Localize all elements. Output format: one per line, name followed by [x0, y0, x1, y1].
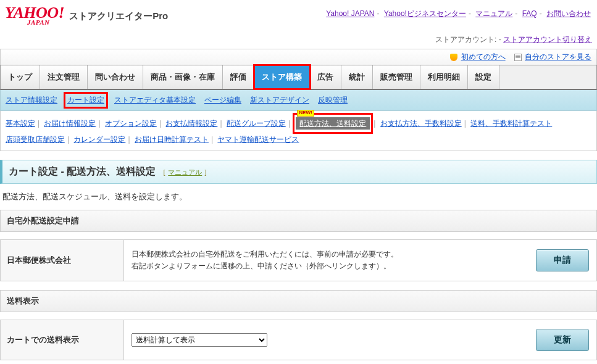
yahoo-logo-block[interactable]: YAHOO! JAPAN	[5, 5, 64, 26]
apply-button[interactable]: 申請	[536, 249, 589, 271]
link-manual[interactable]: マニュアル	[475, 9, 512, 18]
tab-order[interactable]: 注文管理	[40, 65, 88, 89]
section1-line2: 右記ボタンよりフォームに遷移の上、申請ください（外部へリンクします）。	[132, 260, 398, 272]
manual-link[interactable]: マニュアル	[168, 168, 202, 176]
subnav2-delivery-calc[interactable]: お届け日時計算テスト	[135, 135, 209, 144]
info-bar: 初めての方へ 自分のストアを見る	[0, 49, 597, 65]
beginner-link-wrap: 初めての方へ	[450, 52, 505, 62]
tab-inquiry[interactable]: 問い合わせ	[88, 65, 143, 89]
header-top: YAHOO! JAPAN ストアクリエイターPro Yahoo! JAPAN- …	[5, 5, 592, 26]
subnav2-pickup-store[interactable]: 店頭受取店舗設定	[6, 135, 65, 144]
subnav1-new-design[interactable]: 新ストアデザイン	[250, 95, 309, 105]
header: YAHOO! JAPAN ストアクリエイターPro Yahoo! JAPAN- …	[0, 0, 597, 26]
tab-ad[interactable]: 広告	[310, 65, 341, 89]
page-description: 配送方法、配送スケジュール、送料を設定します。	[0, 184, 597, 210]
tab-sales[interactable]: 販売管理	[373, 65, 420, 89]
tab-usage[interactable]: 利用明細	[420, 65, 468, 89]
subnav2-yamato[interactable]: ヤマト運輸配送サービス	[217, 135, 299, 144]
subnav2-basic[interactable]: 基本設定	[6, 119, 35, 128]
section2-label: カートでの送料表示	[1, 320, 124, 360]
account-label: ストアアカウント:	[435, 35, 496, 44]
subnav2-option[interactable]: オプション設定	[105, 119, 157, 128]
beginner-link[interactable]: 初めての方へ	[461, 52, 506, 61]
subnav2-payment-fee[interactable]: お支払方法、手数料設定	[380, 119, 462, 128]
sub-nav1: ストア情報設定 カート設定 ストアエディタ基本設定 ページ編集 新ストアデザイン…	[0, 90, 597, 111]
section2-row: カートでの送料表示 送料計算して表示 更新	[0, 320, 597, 360]
tab-stats[interactable]: 統計	[341, 65, 373, 89]
section1-text: 日本郵便株式会社の自宅外配送をご利用いただくには、事前の申請が必要です。 右記ボ…	[132, 249, 398, 272]
subnav2-delivery-group[interactable]: 配送グループ設定	[227, 119, 286, 128]
tab-review[interactable]: 評価	[223, 65, 254, 89]
section1-row: 日本郵便株式会社 日本郵便株式会社の自宅外配送をご利用いただくには、事前の申請が…	[0, 239, 597, 281]
manual-link-wrap: ［ マニュアル ］	[159, 168, 211, 177]
new-badge: NEW!	[297, 110, 314, 117]
subnav2-shipping-settings[interactable]: 配送方法、送料設定	[296, 117, 370, 130]
subnav1-cart-settings[interactable]: カート設定	[66, 94, 106, 106]
page-title-text: カート設定 - 配送方法、送料設定	[9, 165, 156, 178]
link-faq[interactable]: FAQ	[522, 9, 537, 18]
account-row: ストアアカウント: - ストアアカウント切り替え	[0, 26, 597, 49]
account-switch-link[interactable]: ストアアカウント切り替え	[503, 35, 592, 44]
sub-nav2: 基本設定| お届け情報設定| オプション設定| お支払情報設定| 配送グループ設…	[0, 111, 597, 151]
subnav2-calendar[interactable]: カレンダー設定	[73, 135, 125, 144]
link-contact[interactable]: お問い合わせ	[546, 9, 591, 18]
subnav2-shipping-settings-wrap: NEW! 配送方法、送料設定	[294, 115, 371, 132]
my-store-link[interactable]: 自分のストアを見る	[525, 52, 591, 61]
tab-top[interactable]: トップ	[1, 65, 40, 89]
page-title: カート設定 - 配送方法、送料設定 ［ マニュアル ］	[0, 160, 597, 184]
main-tabs: トップ 注文管理 問い合わせ 商品・画像・在庫 評価 ストア構築 広告 統計 販…	[0, 65, 597, 90]
section1-body: 日本郵便株式会社の自宅外配送をご利用いただくには、事前の申請が必要です。 右記ボ…	[124, 240, 596, 281]
subnav1-reflect[interactable]: 反映管理	[318, 95, 348, 105]
section1-line1: 日本郵便株式会社の自宅外配送をご利用いただくには、事前の申請が必要です。	[132, 249, 398, 260]
tab-store-build[interactable]: ストア構築	[254, 65, 310, 89]
tab-product[interactable]: 商品・画像・在庫	[143, 65, 223, 89]
subnav1-editor-basic[interactable]: ストアエディタ基本設定	[114, 95, 196, 105]
shipping-display-select[interactable]: 送料計算して表示	[132, 333, 267, 347]
update-button[interactable]: 更新	[536, 329, 589, 351]
tab-settings[interactable]: 設定	[468, 65, 499, 89]
subnav2-payment-info[interactable]: お支払情報設定	[165, 119, 217, 128]
subnav1-page-edit[interactable]: ページ編集	[204, 95, 241, 105]
section2-heading: 送料表示	[0, 290, 597, 312]
subnav2-calc-test[interactable]: 送料、手数料計算テスト	[470, 119, 552, 128]
subnav1-store-info[interactable]: ストア情報設定	[6, 95, 57, 105]
shield-icon	[450, 54, 457, 61]
product-name: ストアクリエイターPro	[69, 10, 168, 22]
section2-body: 送料計算して表示 更新	[124, 320, 596, 360]
subnav2-delivery-info[interactable]: お届け情報設定	[44, 119, 96, 128]
section1-heading: 自宅外配送設定申請	[0, 210, 597, 232]
my-store-link-wrap: 自分のストアを見る	[514, 52, 591, 62]
top-links: Yahoo! JAPAN- Yahoo!ビジネスセンター- マニュアル- FAQ…	[325, 5, 592, 19]
link-yahoo-japan[interactable]: Yahoo! JAPAN	[326, 9, 374, 18]
section1-label: 日本郵便株式会社	[1, 240, 124, 281]
page-icon	[514, 54, 522, 61]
logo-area: YAHOO! JAPAN ストアクリエイターPro	[5, 5, 168, 26]
link-business-center[interactable]: Yahoo!ビジネスセンター	[384, 9, 466, 18]
